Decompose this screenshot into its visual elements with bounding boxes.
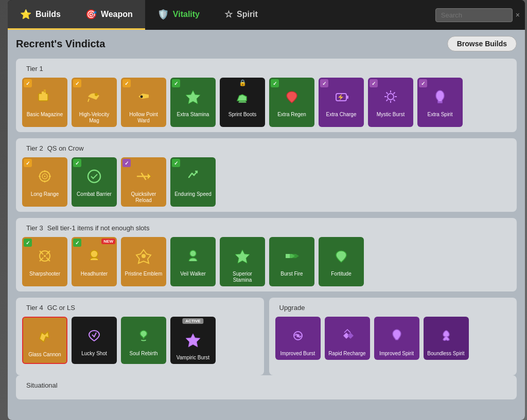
builds-star-icon: ⭐: [20, 9, 31, 20]
item-icon: [79, 84, 110, 109]
tier3-header: Tier 3Sell tier-1 items if not enough sl…: [22, 223, 511, 232]
item-icon: [431, 323, 462, 349]
upgrade-section-wrapper: Upgrade Improved Burst: [269, 298, 517, 375]
item-icon: [375, 84, 406, 109]
svg-point-4: [140, 95, 143, 98]
svg-rect-0: [39, 94, 48, 101]
item-name: Improved Burst: [279, 351, 317, 358]
item-veil-walker[interactable]: Veil Walker: [170, 237, 216, 286]
item-quicksilver-reload[interactable]: ✓ Quicksilver Reload: [121, 157, 166, 207]
spirit-icon: ☆: [224, 9, 233, 20]
item-fortitude[interactable]: Fortitude: [319, 237, 364, 286]
weapon-icon: 🎯: [85, 9, 97, 20]
item-soul-rebirth[interactable]: Soul Rebirth: [121, 317, 166, 364]
check-badge: ✓: [24, 79, 32, 87]
item-name: Pristine Emblem: [124, 271, 164, 278]
item-long-range[interactable]: ✓ Long Range: [22, 157, 67, 207]
item-extra-spirit[interactable]: ✓ Extra Spirit: [417, 78, 463, 127]
vitality-icon: 🛡️: [157, 9, 169, 20]
item-icon: [128, 163, 159, 189]
item-name: Improved Spirit: [378, 351, 415, 358]
item-name: Extra Spirit: [427, 112, 454, 119]
check-badge: ✓: [320, 79, 328, 87]
item-boundless-spirit[interactable]: Boundless Spirit: [424, 317, 469, 360]
svg-point-19: [44, 176, 46, 177]
check-badge: ✓: [172, 79, 180, 87]
item-icon: [425, 84, 455, 109]
search-close-icon[interactable]: ×: [516, 11, 520, 19]
item-hollow-point-ward[interactable]: ✓ Hollow Point Ward: [121, 78, 166, 127]
item-icon: [128, 243, 159, 269]
item-mystic-burst[interactable]: ✓ Mystic Burst: [368, 78, 413, 127]
tier2-section: Tier 2QS on Crow ✓ Long Range ✓: [16, 138, 517, 212]
item-enduring-speed[interactable]: ✓ Enduring Speed: [170, 157, 216, 207]
item-vampiric-burst[interactable]: ACTIVE Vampiric Burst: [170, 317, 216, 364]
active-badge: ACTIVE: [182, 318, 203, 324]
item-combat-barrier[interactable]: ✓ Combat Barrier: [72, 157, 117, 207]
item-icon: [29, 163, 60, 189]
item-icon: [29, 84, 60, 109]
svg-line-14: [394, 93, 395, 94]
item-name: Glass Cannon: [27, 352, 62, 359]
item-glass-cannon[interactable]: Glass Cannon: [22, 317, 67, 364]
item-icon: [227, 84, 258, 109]
item-name: Soul Rebirth: [128, 351, 159, 358]
check-badge: ✓: [172, 159, 180, 167]
item-burst-fire[interactable]: Burst Fire: [269, 237, 314, 286]
item-icon: [381, 323, 412, 349]
item-high-velocity-mag[interactable]: ✓ High-Velocity Mag: [72, 78, 117, 127]
item-name: Enduring Speed: [173, 191, 213, 198]
tab-spirit[interactable]: ☆ Spirit: [212, 0, 270, 30]
svg-point-26: [44, 255, 46, 257]
item-extra-stamina[interactable]: ✓ Extra Stamina: [170, 78, 216, 127]
item-icon: [79, 323, 110, 349]
content-area: Recrent's Vindicta Browse Builds Tier 1 …: [8, 30, 525, 420]
item-superior-stamina[interactable]: Superior Stamina: [220, 237, 265, 286]
item-basic-magazine[interactable]: ✓ Basic Magazine: [22, 78, 67, 127]
item-icon: [283, 323, 313, 349]
item-name: Rapid Recharge: [327, 351, 366, 358]
tab-builds-label: Builds: [36, 10, 61, 19]
item-name: Sharpshooter: [28, 271, 61, 278]
item-name: High-Velocity Mag: [74, 112, 115, 125]
tab-vitality[interactable]: 🛡️ Vitality: [145, 0, 212, 30]
tier1-section: Tier 1 ✓ Basic Magazine ✓ High-: [16, 59, 517, 132]
item-improved-burst[interactable]: Improved Burst: [275, 317, 321, 360]
browse-builds-button[interactable]: Browse Builds: [447, 36, 517, 51]
upgrade-items: Improved Burst Rapid Recharge: [275, 317, 511, 360]
item-name: Veil Walker: [179, 271, 207, 278]
item-icon: [178, 163, 208, 189]
tier4-section: Tier 4GC or LS Glass Cannon: [16, 298, 264, 375]
item-name: Boundless Spirit: [426, 351, 465, 358]
item-icon: [276, 84, 307, 109]
check-badge: ✓: [122, 159, 131, 167]
item-name: Headhunter: [80, 271, 109, 278]
item-icon: [276, 243, 307, 269]
item-sharpshooter[interactable]: ✓ Sharpshooter: [22, 237, 67, 286]
item-lucky-shot[interactable]: Lucky Shot: [72, 317, 117, 364]
item-extra-charge[interactable]: ✓ Extra Charge: [319, 78, 364, 127]
situational-section: Situational: [16, 375, 517, 399]
item-name: Extra Stamina: [176, 112, 210, 119]
item-extra-regen[interactable]: ✓ Extra Regen: [269, 78, 314, 127]
svg-point-31: [296, 334, 300, 337]
item-headhunter[interactable]: ✓ NEW Headhunter: [72, 237, 117, 286]
item-icon: [326, 84, 357, 109]
search-bar: ×: [430, 0, 525, 30]
svg-line-15: [387, 100, 388, 101]
tab-builds[interactable]: ⭐ Builds: [8, 0, 73, 30]
tab-weapon[interactable]: 🎯 Weapon: [73, 0, 145, 30]
check-badge: ✓: [24, 239, 32, 247]
item-pristine-emblem[interactable]: Pristine Emblem: [121, 237, 166, 286]
tier3-items: ✓ Sharpshooter ✓ NEW Headhunter: [22, 237, 511, 286]
item-icon: [178, 327, 208, 353]
item-sprint-boots[interactable]: 🔒 Sprint Boots: [220, 78, 265, 127]
tier3-section: Tier 3Sell tier-1 items if not enough sl…: [16, 218, 517, 291]
item-rapid-recharge[interactable]: Rapid Recharge: [325, 317, 370, 360]
tier4-items: Glass Cannon Lucky Shot: [22, 317, 258, 364]
search-input[interactable]: [435, 8, 513, 22]
item-name: Vampiric Burst: [175, 355, 210, 362]
item-improved-spirit[interactable]: Improved Spirit: [374, 317, 419, 360]
tier1-items: ✓ Basic Magazine ✓ High-Velocity Mag: [22, 78, 511, 127]
svg-point-24: [88, 170, 100, 182]
